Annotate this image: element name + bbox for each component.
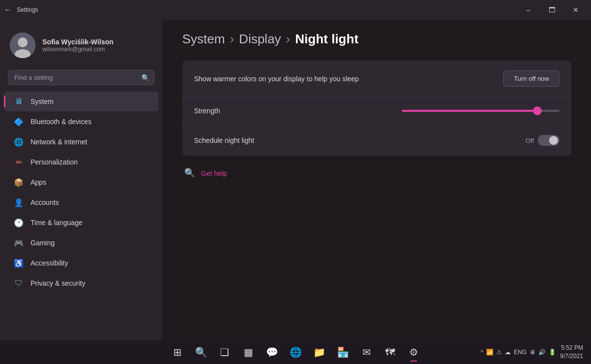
taskbar-edge[interactable]: 🌐 xyxy=(285,341,306,363)
sidebar-item-label-accounts: Accounts xyxy=(31,199,59,206)
night-light-card: Show warmer colors on your display to he… xyxy=(182,61,571,156)
clock-date: 9/7/2021 xyxy=(560,352,583,361)
app-title: Settings xyxy=(17,6,38,13)
sidebar-item-label-accessibility: Accessibility xyxy=(31,259,68,267)
taskbar-widgets[interactable]: ▦ xyxy=(237,341,259,363)
sidebar-item-time[interactable]: 🕐Time & language xyxy=(4,213,159,232)
search-icon: 🔍 xyxy=(141,74,150,82)
clock: 5:52 PM 9/7/2021 xyxy=(560,344,583,361)
taskbar-maps[interactable]: 🗺 xyxy=(379,341,401,363)
bluetooth-icon: 🔷 xyxy=(14,117,24,127)
sidebar-item-label-network: Network & internet xyxy=(31,138,87,146)
avatar xyxy=(10,33,35,58)
window-controls: – 🗖 ✕ xyxy=(517,2,587,18)
accounts-icon: 👤 xyxy=(14,198,24,207)
back-icon[interactable]: ← xyxy=(4,5,12,14)
sidebar-item-label-bluetooth: Bluetooth & devices xyxy=(31,118,92,126)
sidebar-item-label-system: System xyxy=(31,98,54,105)
taskbar-search[interactable]: 🔍 xyxy=(190,341,212,363)
tray-lang[interactable]: ENG xyxy=(514,349,526,356)
slider-thumb[interactable] xyxy=(533,106,542,115)
maximize-button[interactable]: 🗖 xyxy=(541,2,563,18)
close-button[interactable]: ✕ xyxy=(564,2,587,18)
sidebar-item-label-privacy: Privacy & security xyxy=(31,279,85,287)
search-box: 🔍 xyxy=(8,70,155,85)
tray-cloud: ☁ xyxy=(505,349,511,356)
taskbar-right: ^ 📶 ⚠ ☁ ENG 🖥 🔊 🔋 5:52 PM 9/7/2021 xyxy=(481,344,583,361)
tray-chevron[interactable]: ^ xyxy=(481,349,484,356)
user-email: wilsonmark@gmail.com xyxy=(42,46,113,53)
help-icon: 🔍 xyxy=(184,167,196,179)
sidebar-item-accessibility[interactable]: ♿Accessibility xyxy=(4,253,159,273)
sidebar-item-label-personalization: Personalization xyxy=(31,158,78,166)
night-light-description: Show warmer colors on your display to he… xyxy=(194,75,359,83)
sidebar-item-system[interactable]: 🖥System xyxy=(4,92,159,111)
apps-icon: 📦 xyxy=(14,177,24,187)
personalization-icon: ✏ xyxy=(14,157,24,167)
get-help-row: 🔍 Get help xyxy=(182,167,571,179)
schedule-toggle-wrap: Off xyxy=(525,135,559,146)
taskbar-explorer[interactable]: 📁 xyxy=(308,341,330,363)
sidebar-item-label-apps: Apps xyxy=(31,178,46,186)
sidebar: Sofia Wyciślik-Wilson wilsonmark@gmail.c… xyxy=(0,20,163,340)
sidebar-item-gaming[interactable]: 🎮Gaming xyxy=(4,233,159,253)
tray-warning: ⚠ xyxy=(496,349,502,356)
toggle-knob xyxy=(549,136,558,145)
breadcrumb-system[interactable]: System xyxy=(182,32,225,47)
sidebar-item-network[interactable]: 🌐Network & internet xyxy=(4,132,159,152)
taskbar-start[interactable]: ⊞ xyxy=(166,341,188,363)
schedule-label: Schedule night light xyxy=(194,136,254,144)
nav-list: 🖥System🔷Bluetooth & devices🌐Network & in… xyxy=(0,91,163,294)
schedule-state: Off xyxy=(525,137,534,144)
get-help-link[interactable]: Get help xyxy=(201,169,227,177)
taskbar-taskview[interactable]: ❏ xyxy=(214,341,235,363)
taskbar: ⊞🔍❏▦💬🌐📁🏪✉🗺⚙ ^ 📶 ⚠ ☁ ENG 🖥 🔊 🔋 5:52 PM 9/… xyxy=(0,340,591,364)
strength-slider-container xyxy=(402,110,559,112)
system-tray: ^ 📶 ⚠ ☁ ENG 🖥 🔊 🔋 xyxy=(481,349,557,356)
breadcrumb-display[interactable]: Display xyxy=(239,32,281,47)
user-info: Sofia Wyciślik-Wilson wilsonmark@gmail.c… xyxy=(42,38,113,53)
tray-monitor[interactable]: 🖥 xyxy=(529,349,535,356)
sidebar-item-personalization[interactable]: ✏Personalization xyxy=(4,152,159,172)
sidebar-item-bluetooth[interactable]: 🔷Bluetooth & devices xyxy=(4,112,159,132)
privacy-icon: 🛡 xyxy=(14,278,24,288)
system-icon: 🖥 xyxy=(14,97,24,106)
svg-point-1 xyxy=(18,37,28,47)
sidebar-item-label-gaming: Gaming xyxy=(31,239,55,247)
clock-time: 5:52 PM xyxy=(560,344,583,352)
taskbar-settings-task[interactable]: ⚙ xyxy=(403,341,425,363)
strength-label: Strength xyxy=(194,107,220,115)
tray-volume[interactable]: 🔊 xyxy=(538,349,546,356)
time-icon: 🕐 xyxy=(14,218,24,228)
titlebar-left: ← Settings xyxy=(4,5,38,14)
strength-row: Strength xyxy=(182,97,571,125)
gaming-icon: 🎮 xyxy=(14,238,24,248)
taskbar-teams[interactable]: 💬 xyxy=(261,341,283,363)
breadcrumb-current: Night light xyxy=(295,32,359,47)
turn-off-button[interactable]: Turn off now xyxy=(503,70,559,87)
tray-battery: 🔋 xyxy=(549,349,556,356)
user-profile[interactable]: Sofia Wyciślik-Wilson wilsonmark@gmail.c… xyxy=(0,28,163,68)
taskbar-center: ⊞🔍❏▦💬🌐📁🏪✉🗺⚙ xyxy=(166,341,425,363)
titlebar: ← Settings – 🗖 ✕ xyxy=(0,0,591,20)
network-icon: 🌐 xyxy=(14,137,24,147)
slider-fill xyxy=(402,110,536,112)
breadcrumb-sep2: › xyxy=(286,32,291,47)
taskbar-mail[interactable]: ✉ xyxy=(356,341,377,363)
sidebar-item-apps[interactable]: 📦Apps xyxy=(4,172,159,192)
search-input[interactable] xyxy=(8,70,155,85)
sidebar-item-privacy[interactable]: 🛡Privacy & security xyxy=(4,273,159,293)
schedule-toggle[interactable] xyxy=(538,135,559,146)
sidebar-item-accounts[interactable]: 👤Accounts xyxy=(4,193,159,212)
app-container: Sofia Wyciślik-Wilson wilsonmark@gmail.c… xyxy=(0,20,591,340)
breadcrumb: System › Display › Night light xyxy=(182,32,571,47)
description-row: Show warmer colors on your display to he… xyxy=(182,61,571,97)
tray-network[interactable]: 📶 xyxy=(486,349,493,356)
minimize-button[interactable]: – xyxy=(517,2,540,18)
schedule-row: Schedule night light Off xyxy=(182,125,571,156)
taskbar-store[interactable]: 🏪 xyxy=(332,341,354,363)
slider-track xyxy=(402,110,559,112)
content-area: System › Display › Night light Show warm… xyxy=(163,20,591,340)
user-name: Sofia Wyciślik-Wilson xyxy=(42,38,113,46)
accessibility-icon: ♿ xyxy=(14,258,24,268)
